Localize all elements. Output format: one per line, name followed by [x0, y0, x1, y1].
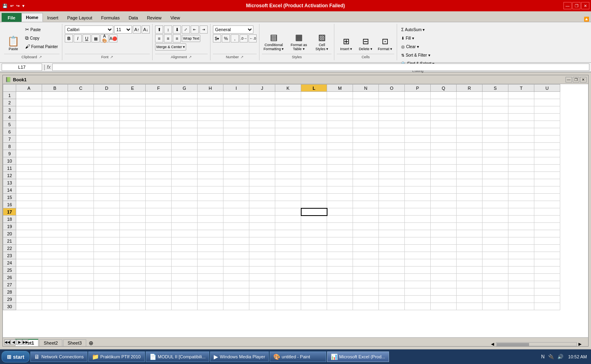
cell-H14[interactable] [198, 186, 223, 194]
cell-R28[interactable] [457, 288, 483, 296]
cell-O7[interactable] [379, 135, 405, 143]
sheet-tab-sheet3[interactable]: Sheet3 [63, 339, 86, 346]
cell-J24[interactable] [249, 259, 275, 267]
cell-I21[interactable] [223, 237, 249, 245]
cell-K12[interactable] [275, 172, 301, 179]
cell-P27[interactable] [405, 281, 431, 288]
cell-K24[interactable] [275, 259, 301, 267]
cell-O24[interactable] [379, 259, 405, 267]
cell-I5[interactable] [223, 121, 249, 128]
cell-L10[interactable] [301, 157, 327, 165]
cell-I18[interactable] [223, 216, 249, 223]
cell-K15[interactable] [275, 194, 301, 201]
cell-E17[interactable] [120, 208, 146, 216]
cell-L22[interactable] [301, 245, 327, 252]
cell-A19[interactable] [16, 223, 42, 230]
cell-R29[interactable] [457, 296, 483, 303]
format-as-table-button[interactable]: ▦ Format asTable ▾ [287, 25, 310, 52]
cell-Q8[interactable] [431, 143, 457, 150]
quick-customize-button[interactable]: ▾ [21, 3, 25, 8]
cell-K22[interactable] [275, 245, 301, 252]
cell-I25[interactable] [223, 267, 249, 274]
cell-P22[interactable] [405, 245, 431, 252]
align-middle-button[interactable]: ↕ [164, 25, 172, 34]
cell-L16[interactable] [301, 201, 327, 208]
cell-H16[interactable] [198, 201, 223, 208]
cell-P26[interactable] [405, 274, 431, 281]
increase-decimal-button[interactable]: ←.0 [249, 34, 257, 42]
cell-K3[interactable] [275, 106, 301, 114]
cell-M28[interactable] [327, 288, 353, 296]
cell-R12[interactable] [457, 172, 483, 179]
col-header-R[interactable]: R [457, 85, 483, 92]
cell-N21[interactable] [353, 237, 379, 245]
cell-U27[interactable] [534, 281, 560, 288]
cell-P17[interactable] [405, 208, 431, 216]
cell-T27[interactable] [508, 281, 534, 288]
cell-I14[interactable] [223, 186, 249, 194]
cell-K28[interactable] [275, 288, 301, 296]
cell-T28[interactable] [508, 288, 534, 296]
wrap-text-button[interactable]: Wrap Text [182, 35, 200, 42]
cell-O12[interactable] [379, 172, 405, 179]
cell-D14[interactable] [94, 186, 120, 194]
row-header-29[interactable]: 29 [3, 296, 16, 303]
cell-N5[interactable] [353, 121, 379, 128]
cell-D12[interactable] [94, 172, 120, 179]
cell-S19[interactable] [483, 223, 508, 230]
cell-E6[interactable] [120, 128, 146, 135]
align-center-button[interactable]: ≡ [164, 34, 172, 42]
cell-F22[interactable] [146, 245, 172, 252]
cell-B18[interactable] [42, 216, 68, 223]
cell-C6[interactable] [68, 128, 94, 135]
cell-A27[interactable] [16, 281, 42, 288]
quick-redo-button[interactable]: ↪ [15, 3, 20, 8]
start-button[interactable]: ⊞ start [2, 351, 30, 362]
cell-H12[interactable] [198, 172, 223, 179]
cell-M19[interactable] [327, 223, 353, 230]
cell-A10[interactable] [16, 157, 42, 165]
cell-A16[interactable] [16, 201, 42, 208]
cell-B7[interactable] [42, 135, 68, 143]
cell-K9[interactable] [275, 150, 301, 157]
row-header-3[interactable]: 3 [3, 106, 16, 114]
cell-D5[interactable] [94, 121, 120, 128]
cell-B4[interactable] [42, 114, 68, 121]
cell-J21[interactable] [249, 237, 275, 245]
cell-R13[interactable] [457, 179, 483, 186]
cell-Q25[interactable] [431, 267, 457, 274]
cell-F2[interactable] [146, 99, 172, 106]
cell-E21[interactable] [120, 237, 146, 245]
cell-T20[interactable] [508, 230, 534, 237]
cell-O8[interactable] [379, 143, 405, 150]
indent-decrease-button[interactable]: ⇤ [191, 25, 199, 34]
cell-U26[interactable] [534, 274, 560, 281]
cell-H8[interactable] [198, 143, 223, 150]
cell-R14[interactable] [457, 186, 483, 194]
cell-I2[interactable] [223, 99, 249, 106]
cell-M21[interactable] [327, 237, 353, 245]
cell-U5[interactable] [534, 121, 560, 128]
cell-N26[interactable] [353, 274, 379, 281]
row-header-14[interactable]: 14 [3, 186, 16, 194]
quick-save-button[interactable]: 💾 [2, 3, 8, 8]
cell-A23[interactable] [16, 252, 42, 259]
cell-Q5[interactable] [431, 121, 457, 128]
cell-G4[interactable] [172, 114, 198, 121]
row-header-13[interactable]: 13 [3, 179, 16, 186]
cell-R17[interactable] [457, 208, 483, 216]
cell-S25[interactable] [483, 267, 508, 274]
cell-F10[interactable] [146, 157, 172, 165]
cell-L27[interactable] [301, 281, 327, 288]
cell-D26[interactable] [94, 274, 120, 281]
cell-L20[interactable] [301, 230, 327, 237]
cell-M30[interactable] [327, 303, 353, 310]
cell-R2[interactable] [457, 99, 483, 106]
cell-C21[interactable] [68, 237, 94, 245]
row-header-11[interactable]: 11 [3, 165, 16, 172]
cell-G13[interactable] [172, 179, 198, 186]
cell-F23[interactable] [146, 252, 172, 259]
cell-I29[interactable] [223, 296, 249, 303]
cell-E28[interactable] [120, 288, 146, 296]
cell-K27[interactable] [275, 281, 301, 288]
